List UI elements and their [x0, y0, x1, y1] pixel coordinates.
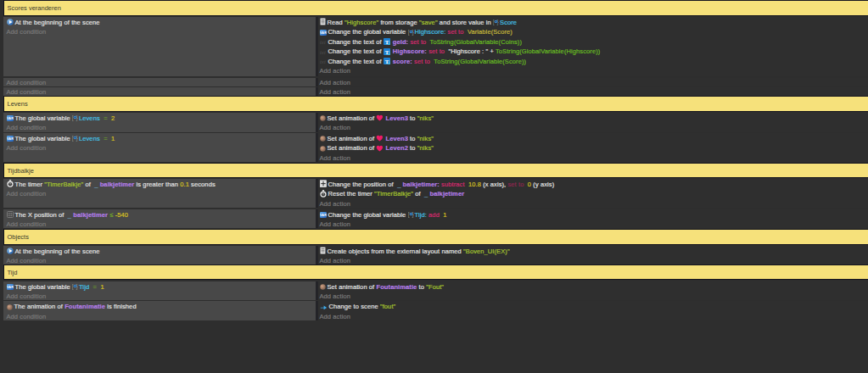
svg-text:T: T: [384, 48, 389, 54]
svg-text:VAR: VAR: [320, 214, 327, 217]
svg-text:T: T: [384, 58, 389, 64]
svg-text:VAR: VAR: [7, 286, 14, 289]
svg-text:txt: txt: [320, 48, 326, 54]
svg-text:txt: txt: [320, 58, 326, 64]
svg-text:VAR: VAR: [7, 117, 14, 120]
svg-text:txt: txt: [320, 39, 326, 45]
svg-text:VAR: VAR: [320, 31, 327, 35]
svg-text:T: T: [384, 39, 389, 45]
svg-text:VAR: VAR: [7, 137, 14, 141]
